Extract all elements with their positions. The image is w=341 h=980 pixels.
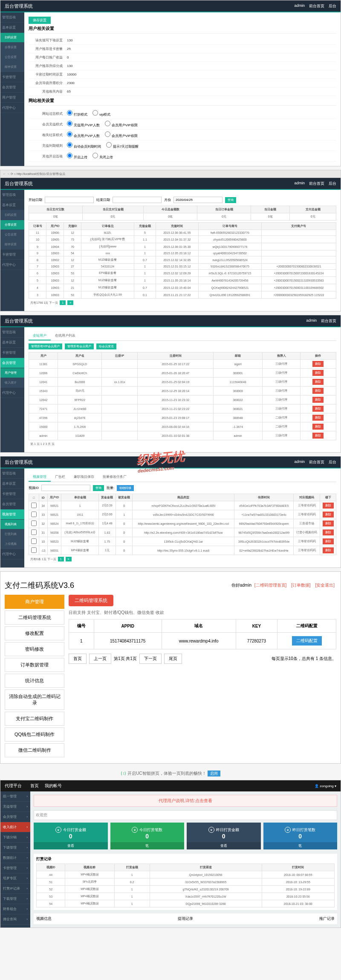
row-checkbox[interactable] [31, 529, 37, 535]
delete-button[interactable]: 删除 [312, 424, 324, 430]
radio-option[interactable]: 充值用户VIP人数 [67, 121, 100, 128]
qr-menu-6[interactable]: 清除自动生成的二维码记录 [5, 689, 64, 710]
link-back[interactable]: 后台 [329, 3, 336, 9]
agent-side-11[interactable]: 财务组合 › [0, 904, 30, 914]
radio-option[interactable]: 自动会员到期时间 [67, 142, 101, 149]
pg-last[interactable]: 尾页 [164, 654, 182, 664]
search-button[interactable]: 查询 [225, 197, 236, 203]
screenshot-users: 后台管理系统 admin前台首页 管理选项 基本设置 卡密管理 会员管理 用户管… [0, 315, 341, 453]
qr-menu-1[interactable]: 二维码管理系统 [5, 611, 64, 625]
delete-button[interactable]: 删除 [312, 415, 324, 421]
qr-menu-3[interactable]: 密码修改 [5, 642, 64, 656]
vid-input[interactable] [41, 485, 90, 491]
pg-prev[interactable]: 上一页 [89, 654, 111, 664]
agent-side-8[interactable]: 塔罗专区 › [0, 873, 30, 884]
side-basic[interactable]: 基本设置 [0, 23, 24, 33]
delete-button[interactable]: 删除 [312, 433, 324, 439]
side-sub-mail[interactable]: 邮件设置 [0, 62, 24, 72]
pg-next[interactable]: 下一页 [139, 654, 162, 664]
agent-side-7[interactable]: 卡密管理 › [0, 863, 30, 873]
uc-enable[interactable]: 启用 [208, 771, 220, 776]
save-button[interactable]: 保存设置 [29, 17, 51, 24]
agent-side-10[interactable]: 下载管理 › [0, 894, 30, 904]
table-row: 15343北ch元2015-12-25 18:20:14360003三级代理删除 [29, 387, 336, 395]
radio-option[interactable]: 会员用户VIP权限 [105, 121, 138, 128]
agent-side-6[interactable]: 数据统计 › [0, 853, 30, 863]
btn-vip[interactable]: 管理所有VIP会员用户 [29, 343, 62, 349]
qr-menu-4[interactable]: 订单数据管理 [5, 658, 64, 672]
tab-online[interactable]: 在线用户列表 [51, 332, 80, 340]
radio-option[interactable]: 提示7天过期提醒 [106, 142, 139, 149]
alert[interactable]: 代理用户说明,详情:点击查看 [34, 795, 337, 807]
link-orders[interactable]: [订单数据] [291, 583, 311, 587]
radio-option[interactable]: 会员用户VIP人数 [67, 131, 100, 138]
user[interactable]: admin [294, 3, 305, 9]
delete-button[interactable]: 删除 [323, 503, 334, 509]
delete-button[interactable]: 删除 [312, 379, 324, 385]
side-card[interactable]: 卡密管理 [0, 72, 24, 82]
radio-option[interactable]: 打折模式 [67, 110, 87, 117]
delete-button[interactable]: 删除 [312, 397, 324, 403]
btn-member[interactable]: 管理所有会员用户 [65, 343, 94, 349]
delete-button[interactable]: 删除 [312, 406, 324, 412]
delete-button[interactable]: 删除 [323, 547, 334, 553]
delete-button[interactable]: 删除 [312, 361, 324, 367]
agent-sidebar: 统一管理 ›充值管理 ›会员管理 ›收入统计 ›下级分销 ›下级管理 ›数据统计… [0, 791, 30, 928]
btn-send[interactable]: 给会员发送 [96, 343, 116, 349]
side-sub-notice[interactable]: 公告设置 [0, 52, 24, 62]
delete-button[interactable]: 删除 [323, 529, 334, 535]
agent-side-3[interactable]: 收入统计 › [0, 822, 30, 832]
qr-config-button[interactable]: 二维码配置 [292, 636, 322, 646]
batch-btn[interactable]: 动物转移 [117, 485, 134, 491]
side-manage[interactable]: 管理选项 [0, 12, 24, 23]
search-btn[interactable]: 查询 [93, 485, 104, 491]
link-home[interactable]: [二维码管理首页] [254, 583, 287, 587]
start-input[interactable] [45, 197, 94, 203]
row-checkbox[interactable] [31, 503, 37, 508]
agent-side-0[interactable]: 统一管理 › [0, 791, 30, 802]
row-checkbox[interactable] [31, 538, 37, 544]
agent-side-4[interactable]: 下级分销 › [0, 832, 30, 843]
pg-first[interactable]: 首页 [69, 654, 87, 664]
delete-button[interactable]: 删除 [323, 538, 334, 544]
qr-menu-2[interactable]: 修改配置 [5, 626, 64, 640]
tab-all[interactable]: 全站用户 [29, 332, 51, 340]
form-row: 用户每日推广收益0 [29, 53, 336, 62]
side-agent[interactable]: 代理中心 [0, 103, 24, 113]
side-user[interactable]: 用户管理 [0, 93, 24, 103]
radio-option[interactable]: 开启上传 [67, 153, 87, 160]
radio-option[interactable]: vip模式 [92, 110, 110, 117]
row-checkbox[interactable] [31, 521, 37, 526]
delete-button[interactable]: 删除 [323, 521, 334, 526]
delete-button[interactable]: 删除 [312, 388, 324, 394]
delete-button[interactable]: 删除 [323, 512, 334, 518]
qr-menu-8[interactable]: QQ钱包二维码制作 [5, 727, 64, 742]
qr-menu-9[interactable]: 微信二维码制作 [5, 743, 64, 757]
table-row: 11381SPGSQLD2015-01-25 10:17:22sigert三级代… [29, 360, 336, 369]
agent-side-12[interactable]: 佣金查询 › [0, 914, 30, 925]
agent-side-1[interactable]: 充值管理 › [0, 802, 30, 812]
radio-option[interactable]: 关闭上传 [92, 153, 113, 160]
agent-side-9[interactable]: 打赏IP记录 › [0, 884, 30, 894]
row-checkbox[interactable] [31, 512, 37, 517]
tbl-title: 打赏记录 [36, 856, 335, 862]
side-sub-share[interactable]: 分享设置 [0, 43, 24, 52]
page-1[interactable]: 1 [60, 300, 66, 305]
radio-option[interactable]: 会员用户VIP权限 [105, 131, 138, 138]
row-checkbox[interactable] [31, 547, 37, 553]
page-next[interactable]: » [67, 300, 73, 305]
agent-side-5[interactable]: 下级管理 › [0, 843, 30, 853]
table-row: 515Fh北四季0.231Ox5x55_W337837a15689652018-… [37, 878, 335, 886]
month-input[interactable] [173, 197, 223, 203]
table-row: 72471JLr1He802015-11-21 02:23:22360021三级… [29, 404, 336, 413]
end-input[interactable] [113, 197, 162, 203]
link-logout[interactable]: [安全退出] [315, 583, 335, 587]
link-front[interactable]: 前台首页 [309, 3, 324, 9]
agent-side-2[interactable]: 会员管理 › [0, 812, 30, 822]
side-member[interactable]: 会员管理 [0, 82, 24, 93]
qr-menu-5[interactable]: 统计信息 [5, 674, 64, 688]
delete-button[interactable]: 删除 [312, 370, 324, 376]
qr-menu-7[interactable]: 支付宝二维码制作 [5, 712, 64, 726]
qr-menu-0[interactable]: 商户管理 [5, 595, 64, 609]
side-sub-scan[interactable]: 扫码设置 [0, 33, 24, 43]
